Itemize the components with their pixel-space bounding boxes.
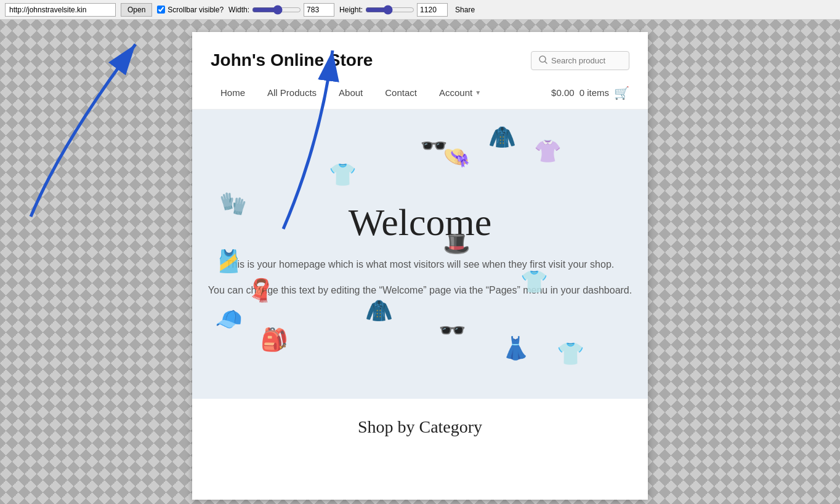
clothing-item: 👚 — [534, 138, 562, 164]
url-bar[interactable] — [5, 3, 116, 17]
search-box — [531, 51, 629, 70]
clothing-item: 🕶️ — [438, 318, 466, 343]
cart-icon: 🛒 — [614, 86, 629, 100]
open-button[interactable]: Open — [121, 3, 152, 17]
shop-section-title: Shop by Category — [211, 417, 629, 437]
hero-section: 🕶️ 👒 👕 🧥 👚 🧤 🎩 👕 🧥 🕶️ 🎽 🧢 👗 👕 🧣 🎒 Welcom… — [192, 110, 648, 399]
shop-section: Shop by Category — [192, 399, 648, 455]
clothing-item: 🧣 — [247, 278, 275, 303]
site-container: John's Online Store Home All Products Ab… — [192, 32, 648, 500]
toolbar: Open Scrollbar visible? Width: Height: S… — [0, 0, 840, 20]
clothing-item: 👗 — [502, 335, 530, 361]
hero-text-1: This is your homepage which is what most… — [226, 257, 614, 273]
height-slider[interactable] — [365, 5, 414, 15]
clothing-item: 🎒 — [260, 327, 288, 353]
clothing-item: 🎩 — [443, 231, 470, 257]
clothing-item: 🧥 — [488, 124, 516, 150]
account-chevron-icon: ▼ — [475, 89, 481, 96]
nav-cart[interactable]: $0.00 0 items 🛒 — [551, 86, 629, 100]
nav-item-contact[interactable]: Contact — [375, 82, 427, 103]
nav-item-all-products[interactable]: All Products — [257, 82, 326, 103]
clothing-item: 🧢 — [215, 306, 243, 332]
site-nav: Home All Products About Contact Account … — [192, 76, 648, 110]
scrollbar-label: Scrollbar visible? — [157, 6, 224, 14]
search-input[interactable] — [551, 56, 619, 65]
site-title: John's Online Store — [211, 50, 373, 70]
clothing-item: 👕 — [520, 269, 548, 295]
clothing-item: 🧥 — [365, 298, 393, 324]
search-icon — [539, 55, 547, 66]
page-wrapper: John's Online Store Home All Products Ab… — [0, 20, 840, 504]
height-input[interactable] — [417, 3, 448, 17]
nav-item-account[interactable]: Account ▼ — [429, 82, 491, 103]
width-slider[interactable] — [252, 5, 301, 15]
clothing-item: 👕 — [557, 341, 584, 367]
svg-line-3 — [545, 62, 547, 63]
nav-item-about[interactable]: About — [329, 82, 373, 103]
clothing-item: 🧤 — [219, 191, 247, 217]
height-control: Height: — [339, 3, 448, 17]
site-header: John's Online Store — [192, 32, 648, 76]
clothing-item: 👕 — [329, 162, 357, 188]
width-input[interactable] — [304, 3, 334, 17]
clothing-item: 🎽 — [215, 249, 243, 274]
clothing-item: 👒 — [443, 144, 470, 170]
nav-item-home[interactable]: Home — [211, 82, 255, 103]
scrollbar-checkbox[interactable] — [157, 6, 165, 14]
width-control: Width: — [228, 3, 334, 17]
share-link[interactable]: Share — [455, 6, 475, 14]
